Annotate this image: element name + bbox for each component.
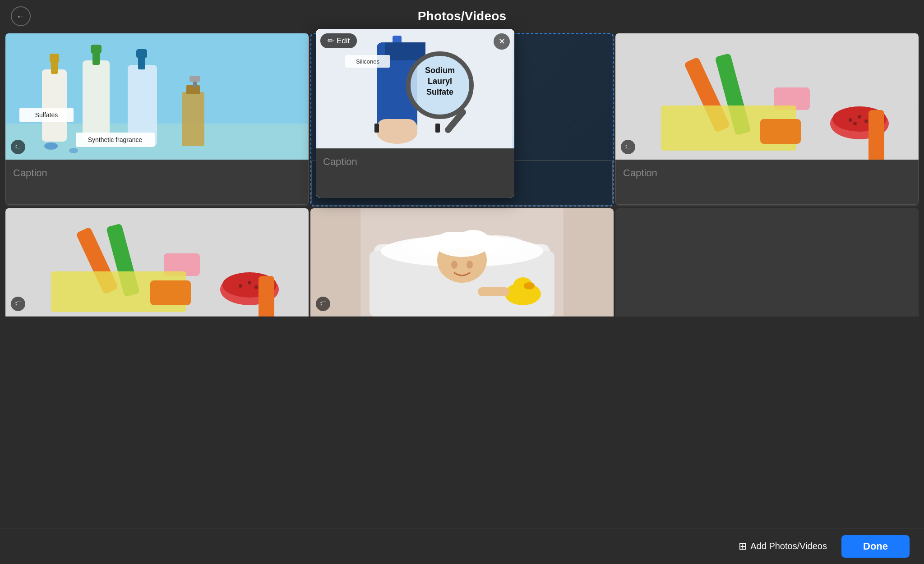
photo-4: 🏷	[5, 208, 309, 316]
soap2-illustration	[5, 208, 309, 316]
close-icon: ✕	[499, 37, 505, 46]
photo-5: 🏷	[310, 208, 614, 316]
svg-rect-7	[91, 45, 102, 54]
tag-icon-4: 🏷	[11, 297, 25, 311]
svg-text:Lauryl: Lauryl	[428, 77, 452, 86]
photo-3: 🏷	[615, 33, 919, 160]
bottles-illustration: Sulfates Synthetic fragrance	[5, 33, 309, 160]
svg-rect-24	[385, 42, 425, 60]
edit-button[interactable]: ✏ true Edit	[320, 33, 357, 48]
svg-rect-48	[869, 110, 884, 160]
svg-rect-41	[760, 119, 801, 144]
row1-grid: Sulfates Synthetic fragrance 🏷 Caption 🏷…	[0, 32, 924, 207]
edit-text: Edit	[337, 37, 350, 46]
row2-grid: 🏷	[0, 207, 924, 317]
page-title: Photos/Videos	[418, 9, 507, 23]
footer: ⊞ Add Photos/Videos Done	[0, 528, 924, 564]
overlay-caption: Caption	[323, 156, 357, 168]
done-button[interactable]: Done	[841, 535, 910, 558]
add-photos-label: Add Photos/Videos	[750, 541, 827, 551]
svg-point-12	[69, 148, 78, 153]
svg-point-46	[864, 119, 868, 123]
svg-point-11	[44, 142, 58, 150]
svg-point-44	[849, 118, 852, 122]
svg-point-73	[467, 261, 473, 269]
expanded-card: ✏ true Edit ✕	[316, 29, 514, 198]
svg-rect-2	[42, 69, 67, 142]
header: ← Photos/Videos	[0, 0, 924, 32]
tag-icon-1: 🏷	[11, 140, 25, 154]
bath-illustration	[310, 208, 614, 316]
photo-6	[615, 208, 919, 316]
svg-point-47	[853, 122, 857, 125]
svg-rect-5	[83, 60, 110, 142]
svg-rect-13	[182, 92, 204, 146]
svg-point-57	[239, 284, 242, 288]
caption-3: Caption	[623, 167, 657, 179]
svg-rect-4	[50, 54, 59, 63]
svg-text:Synthetic fragrance: Synthetic fragrance	[88, 136, 143, 143]
svg-rect-16	[189, 76, 200, 82]
add-photos-button[interactable]: ⊞ Add Photos/Videos	[731, 536, 834, 557]
svg-point-71	[457, 230, 489, 250]
svg-point-45	[858, 115, 861, 119]
svg-text:Sulfates: Sulfates	[35, 111, 58, 119]
add-icon: ⊞	[739, 541, 747, 552]
svg-rect-77	[478, 287, 509, 296]
edit-icon: ✏	[328, 36, 334, 46]
close-button[interactable]: ✕	[494, 33, 510, 50]
back-icon: ←	[16, 11, 25, 22]
svg-point-72	[451, 261, 457, 269]
grid-cell-3[interactable]: 🏷 Caption	[615, 33, 919, 206]
grid-cell-6[interactable]	[615, 208, 919, 316]
svg-text:Sulfate: Sulfate	[426, 87, 453, 96]
grid-cell-1[interactable]: Sulfates Synthetic fragrance 🏷 Caption	[5, 33, 309, 206]
svg-rect-60	[259, 276, 274, 316]
tag-icon-3: 🏷	[621, 140, 635, 154]
svg-rect-26	[377, 119, 417, 137]
tag-icon-5: 🏷	[316, 297, 330, 311]
grid-cell-2[interactable]: 🏷 Caption ✏ true Edit ✕	[310, 33, 614, 206]
caption-area-3[interactable]: Caption	[615, 160, 919, 205]
svg-text:Silicones: Silicones	[356, 58, 380, 65]
grid-cell-4[interactable]: 🏷	[5, 208, 309, 316]
svg-text:Sodium: Sodium	[425, 66, 455, 75]
svg-rect-54	[150, 280, 191, 305]
overlay-caption-area[interactable]: Caption	[316, 148, 514, 198]
photo-1: Sulfates Synthetic fragrance 🏷	[5, 33, 309, 160]
svg-rect-10	[136, 49, 147, 58]
svg-point-59	[254, 285, 258, 289]
svg-rect-28	[435, 124, 440, 133]
caption-1: Caption	[13, 167, 47, 179]
soap-illustration	[615, 33, 919, 160]
caption-area-1[interactable]: Caption	[5, 160, 309, 205]
grid-cell-5[interactable]: 🏷	[310, 208, 614, 316]
svg-point-58	[248, 281, 251, 284]
back-button[interactable]: ←	[11, 6, 31, 26]
svg-rect-27	[374, 124, 379, 133]
svg-point-76	[524, 282, 535, 289]
